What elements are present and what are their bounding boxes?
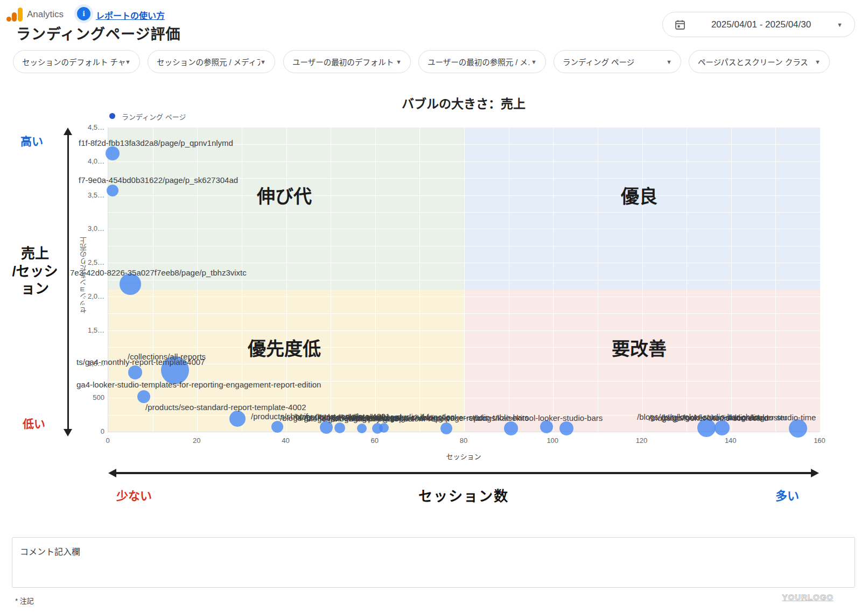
chevron-down-icon: ▼ — [125, 59, 131, 65]
yourlogo-watermark: YOURLOGO — [782, 593, 834, 602]
gridline-horizontal — [108, 313, 820, 314]
y-axis-title: セッションあたりの売上 — [79, 237, 89, 314]
report-page: Analytics i レポートの使い方 ランディングページ評価 2025/04… — [0, 0, 868, 613]
bubble[interactable] — [128, 365, 142, 379]
y-tick-label: 4,5… — [70, 123, 104, 131]
y-low-label: 低い — [23, 415, 45, 431]
arrow-up-icon — [64, 128, 72, 135]
gridline-horizontal — [108, 330, 820, 331]
filter-landing-page[interactable]: ランディング ページ▼ — [554, 50, 681, 73]
y-tick-label: 0 — [70, 427, 104, 435]
arrow-left-icon — [108, 469, 116, 477]
arrow-right-icon — [811, 469, 819, 477]
legend-dot-icon — [109, 113, 115, 119]
filter-session-source-medium[interactable]: セッションの参照元 / メディア▼ — [148, 50, 275, 73]
quadrant-label-excellent: 優良 — [621, 182, 657, 208]
y-meaning-label: 売上 /セッシ ョン — [0, 245, 70, 298]
bubble[interactable] — [137, 390, 150, 403]
bubble[interactable] — [106, 146, 120, 160]
footnote: * 注記 — [15, 595, 34, 605]
page-title: ランディングページ評価 — [16, 23, 181, 44]
chevron-down-icon: ▼ — [396, 59, 402, 65]
bubble[interactable] — [440, 422, 452, 434]
help-link[interactable]: レポートの使い方 — [96, 9, 165, 22]
chart-title: バブルの大きさ：売上 — [108, 94, 820, 112]
x-tick-label: 100 — [536, 436, 569, 445]
bubble-label: 7e3-42d0-8226-35a027f7eeb8/page/p_tbhz3v… — [70, 268, 247, 277]
gridline-horizontal — [108, 263, 820, 263]
chevron-down-icon: ▼ — [837, 22, 843, 28]
bubble[interactable] — [320, 421, 333, 434]
bubble[interactable] — [334, 422, 345, 433]
info-icon: i — [77, 7, 90, 20]
comment-input[interactable]: コメント記入欄 — [12, 537, 855, 588]
gridline-horizontal — [108, 347, 820, 348]
y-high-label: 高い — [20, 132, 43, 149]
x-many-label: 多い — [775, 486, 799, 503]
bubble-label: /collections/all-reports — [128, 352, 206, 361]
bubble-label: f7-9e0a-454bd0b31622/page/p_sk627304ad — [79, 175, 238, 185]
bubble[interactable] — [357, 424, 367, 433]
y-tick-label: 500 — [70, 393, 104, 401]
bubble-label: f1f-8f2d-fbb13fa3d2a8/page/p_qpnv1nlymd — [79, 138, 233, 147]
brand-label: Analytics — [27, 9, 64, 20]
chevron-down-icon: ▼ — [531, 59, 537, 65]
x-tick-label: 0 — [92, 436, 124, 445]
gridline-horizontal — [108, 280, 820, 280]
gridline-horizontal — [108, 195, 820, 196]
date-range-value: 2025/04/01 - 2025/04/30 — [711, 19, 811, 30]
legend-label: ランディング ページ — [122, 111, 186, 122]
gridline-horizontal — [108, 297, 820, 297]
chevron-down-icon: ▼ — [260, 59, 266, 65]
gridline-horizontal — [108, 212, 820, 213]
x-tick-label: 140 — [715, 436, 747, 445]
filter-first-user-source-medium[interactable]: ユーザーの最初の参照元 / メ…▼ — [418, 50, 546, 73]
gridline-horizontal — [108, 229, 820, 229]
x-tick-label: 60 — [359, 436, 391, 445]
x-axis-title: セッション — [108, 451, 820, 461]
x-tick-label: 40 — [270, 436, 302, 445]
date-range-picker[interactable]: 2025/04/01 - 2025/04/30 ▼ — [662, 12, 855, 37]
bubble[interactable] — [504, 421, 518, 435]
x-meaning-label: セッション数 — [108, 485, 820, 505]
quadrant-label-growth: 伸び代 — [257, 182, 312, 208]
y-tick-label: 3,5… — [70, 191, 104, 199]
x-direction-arrow — [116, 472, 811, 474]
calendar-icon — [675, 19, 685, 30]
gridline-horizontal — [108, 398, 820, 398]
x-tick-label: 80 — [447, 436, 480, 445]
quadrant-label-needs-improvement: 要改善 — [612, 334, 667, 361]
bubble[interactable] — [715, 420, 730, 435]
bubble-label: ga4-looker-studio-templates-for-reportin… — [76, 380, 321, 389]
y-tick-label: 4,0… — [70, 157, 104, 165]
gridline-horizontal — [108, 246, 820, 246]
arrow-down-icon — [64, 429, 72, 436]
x-tick-label: 20 — [180, 436, 213, 445]
y-tick-label: 1,5… — [70, 326, 104, 334]
bubble[interactable] — [559, 421, 573, 435]
bubble-label: /products/seo-standard-report-template-4… — [145, 403, 306, 412]
gridline-horizontal — [108, 161, 820, 162]
chevron-down-icon: ▼ — [666, 59, 672, 65]
bubble[interactable] — [107, 185, 118, 196]
filter-page-path-screen-class[interactable]: ページパスとスクリーン クラス▼ — [689, 50, 830, 73]
x-tick-label: 160 — [803, 436, 836, 445]
bubble-label: /blogs/looker-studio-time — [728, 413, 816, 422]
bubble[interactable] — [229, 411, 246, 427]
x-tick-label: 120 — [626, 436, 658, 445]
gridline-horizontal — [108, 364, 820, 364]
google-analytics-logo-icon — [6, 6, 24, 23]
bubble-label: /blogs/kaisekitool-looker-studio-bars — [474, 413, 603, 422]
bubble[interactable] — [789, 419, 807, 438]
chevron-down-icon: ▼ — [815, 59, 821, 65]
filter-session-default-channel[interactable]: セッションのデフォルト チャ…▼ — [13, 50, 140, 73]
quadrant-label-low-priority: 優先度低 — [248, 334, 321, 361]
filter-first-user-default-channel[interactable]: ユーザーの最初のデフォルト …▼ — [283, 50, 411, 73]
y-tick-label: 3,0… — [70, 224, 104, 232]
